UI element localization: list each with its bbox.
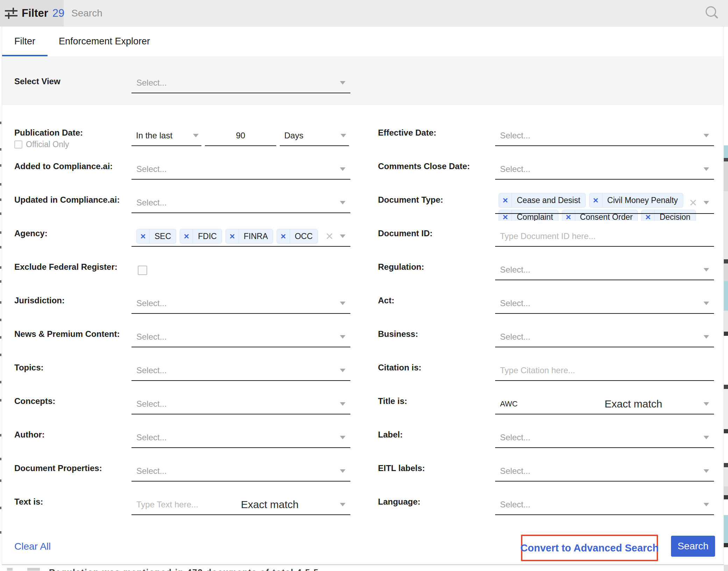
- chevron-down-icon[interactable]: [704, 302, 709, 305]
- chevron-down-icon[interactable]: [340, 302, 345, 305]
- remove-chip-icon[interactable]: ×: [642, 210, 655, 221]
- field-underline: [495, 213, 714, 214]
- tab-enforcement-explorer[interactable]: Enforcement Explorer: [59, 27, 150, 56]
- background-content-fragment: [724, 543, 728, 547]
- search-button[interactable]: Search: [671, 536, 715, 557]
- background-content-fragment: [724, 389, 728, 429]
- citation-is-input[interactable]: Type Citation here...: [495, 361, 714, 381]
- chevron-down-icon[interactable]: [340, 503, 345, 506]
- compliance-filter-screen: { "colors": { "accent": "#3b63d4", "unde…: [0, 0, 728, 571]
- chevron-down-icon[interactable]: [704, 268, 709, 272]
- filter-pill-button[interactable]: Filter 29: [0, 0, 64, 27]
- chevron-down-icon[interactable]: [704, 503, 709, 506]
- select-view-dropdown[interactable]: Select...: [131, 73, 350, 93]
- chip-consent-order[interactable]: ×Consent Order: [562, 210, 638, 221]
- clear-all-link[interactable]: Clear All: [14, 541, 51, 552]
- search-icon[interactable]: [706, 6, 716, 17]
- chip-label: SEC: [150, 229, 176, 243]
- field-row-added-to-compliance-ai: Added to Compliance.ai:Select...: [2, 158, 366, 191]
- chevron-down-icon[interactable]: [193, 134, 199, 137]
- chevron-down-icon[interactable]: [341, 134, 346, 137]
- title-is-match-mode[interactable]: Exact match: [605, 398, 662, 410]
- publication-date-mode-select[interactable]: In the last: [131, 126, 201, 146]
- chevron-down-icon[interactable]: [704, 201, 709, 204]
- act-select[interactable]: Select...: [495, 294, 714, 314]
- regulation-label: Regulation:: [378, 262, 424, 272]
- act-label: Act:: [378, 296, 394, 305]
- chevron-down-icon[interactable]: [704, 134, 709, 137]
- official-only-checkbox[interactable]: [14, 140, 22, 149]
- global-search-input[interactable]: Search: [71, 8, 102, 19]
- filter-count-badge: 29: [52, 7, 64, 20]
- topics-select[interactable]: Select...: [131, 361, 350, 381]
- remove-chip-icon[interactable]: ×: [137, 229, 150, 243]
- chevron-down-icon[interactable]: [704, 469, 709, 473]
- clear-selection-icon[interactable]: ✕: [326, 231, 334, 242]
- document-type-chips-row1: ×Cease and Desist×Civil Money Penalty: [499, 193, 696, 208]
- background-text-fragment: [0, 231, 1, 234]
- document-id-input[interactable]: Type Document ID here...: [495, 226, 714, 247]
- chevron-down-icon[interactable]: [340, 201, 345, 204]
- added-to-compliance-ai-select[interactable]: Select...: [131, 159, 350, 180]
- label-select[interactable]: Select...: [495, 428, 714, 448]
- chevron-down-icon[interactable]: [704, 167, 709, 171]
- chevron-down-icon[interactable]: [340, 402, 345, 406]
- remove-chip-icon[interactable]: ×: [562, 210, 575, 221]
- chip-occ[interactable]: ×OCC: [277, 229, 318, 244]
- chevron-down-icon[interactable]: [340, 81, 345, 85]
- chevron-down-icon[interactable]: [340, 436, 345, 439]
- eitl-labels-select[interactable]: Select...: [495, 461, 714, 482]
- regulation-select[interactable]: Select...: [495, 260, 714, 280]
- publication-date-unit-select[interactable]: Days: [280, 126, 349, 146]
- tab-filter[interactable]: Filter: [2, 27, 48, 56]
- exclude-federal-register-checkbox[interactable]: [138, 266, 147, 275]
- chevron-down-icon[interactable]: [340, 167, 345, 171]
- remove-chip-icon[interactable]: ×: [226, 229, 239, 243]
- chevron-down-icon[interactable]: [704, 436, 709, 439]
- concepts-select[interactable]: Select...: [131, 394, 350, 414]
- chevron-down-icon[interactable]: [340, 469, 345, 473]
- chip-cease-and-desist[interactable]: ×Cease and Desist: [499, 193, 586, 208]
- document-properties-select[interactable]: Select...: [131, 461, 350, 482]
- text-is-match-mode[interactable]: Exact match: [241, 499, 299, 511]
- jurisdiction-select[interactable]: Select...: [131, 294, 350, 314]
- remove-chip-icon[interactable]: ×: [590, 193, 602, 207]
- chip-finra[interactable]: ×FINRA: [226, 229, 273, 244]
- language-select[interactable]: Select...: [495, 495, 714, 515]
- agency-label: Agency:: [14, 229, 48, 238]
- agency-multiselect[interactable]: ×SEC×FDIC×FINRA×OCC✕: [131, 226, 350, 247]
- select-view-placeholder: Select...: [136, 78, 167, 88]
- news-premium-content-select[interactable]: Select...: [131, 327, 350, 347]
- chevron-down-icon[interactable]: [704, 335, 709, 339]
- chevron-down-icon[interactable]: [340, 369, 345, 372]
- remove-chip-icon[interactable]: ×: [180, 229, 193, 243]
- remove-chip-icon[interactable]: ×: [499, 193, 512, 207]
- chip-decision[interactable]: ×Decision: [641, 210, 695, 221]
- background-content-fragment: [724, 336, 728, 385]
- updated-in-compliance-ai-select[interactable]: Select...: [131, 193, 350, 213]
- chip-sec[interactable]: ×SEC: [136, 229, 176, 244]
- publication-date-amount-input[interactable]: 90: [205, 126, 276, 146]
- business-select[interactable]: Select...: [495, 327, 714, 347]
- chip-complaint[interactable]: ×Complaint: [499, 210, 558, 221]
- comments-close-date-select[interactable]: Select...: [495, 159, 714, 180]
- chip-label: FINRA: [239, 229, 273, 243]
- chip-civil-money-penalty[interactable]: ×Civil Money Penalty: [589, 193, 683, 208]
- effective-date-select[interactable]: Select...: [495, 126, 714, 146]
- chevron-down-icon[interactable]: [704, 402, 709, 406]
- chevron-down-icon[interactable]: [340, 335, 345, 339]
- chevron-down-icon[interactable]: [340, 234, 345, 238]
- title-is-input[interactable]: AWCExact match: [495, 394, 714, 414]
- text-is-input[interactable]: Type Text here...Exact match: [131, 495, 350, 515]
- remove-chip-icon[interactable]: ×: [277, 229, 290, 243]
- publication-date-label: Publication Date:: [14, 128, 83, 138]
- background-content-fragment: [724, 263, 728, 281]
- remove-chip-icon[interactable]: ×: [499, 210, 512, 221]
- chip-fdic[interactable]: ×FDIC: [180, 229, 222, 244]
- chip-label: OCC: [290, 229, 317, 243]
- author-select[interactable]: Select...: [131, 428, 350, 448]
- field-row-updated-in-compliance-ai: Updated in Compliance.ai:Select...: [2, 191, 366, 225]
- convert-to-advanced-search-link[interactable]: Convert to Advanced Search: [520, 542, 658, 554]
- citation-is-placeholder: Type Citation here...: [500, 366, 575, 375]
- document-type-multiselect[interactable]: ×Cease and Desist×Civil Money Penalty×Co…: [495, 193, 714, 221]
